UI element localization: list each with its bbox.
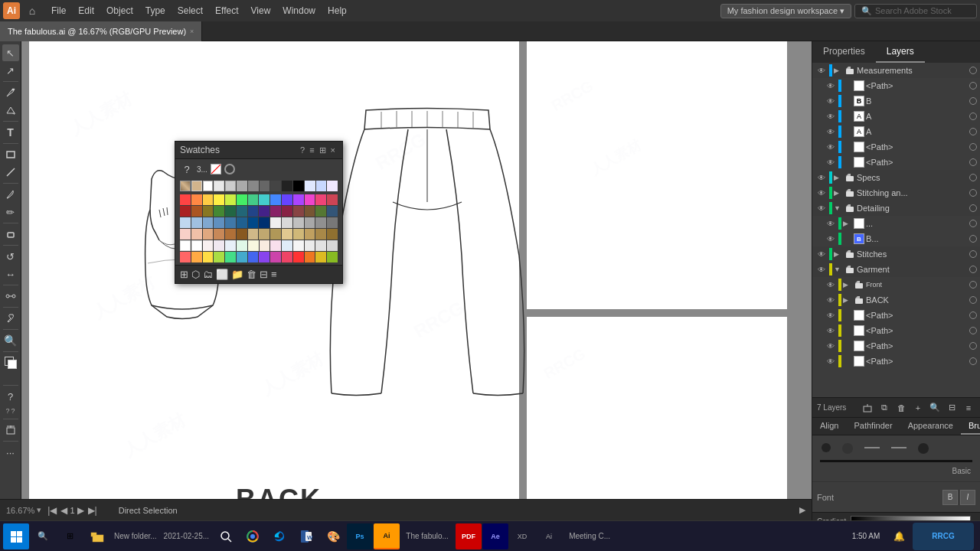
layer-detailing[interactable]: 👁 ▼ Detailing <box>812 201 980 216</box>
expand-garment[interactable]: ▼ <box>834 266 843 273</box>
layer-b[interactable]: 👁 B B <box>812 93 980 109</box>
visibility-gpath2[interactable]: 👁 <box>825 324 837 337</box>
swatches-close[interactable]: × <box>328 145 338 155</box>
tab-close-button[interactable]: × <box>190 28 194 35</box>
swatch-steelblue[interactable] <box>214 217 224 228</box>
swatch-p3[interactable] <box>225 240 236 251</box>
taskbar-start[interactable] <box>3 523 29 549</box>
rectangle-tool[interactable] <box>2 146 19 163</box>
layer-target-detail-path[interactable] <box>969 220 977 227</box>
swatch-gray3[interactable] <box>305 217 315 228</box>
help-tool[interactable]: ? <box>2 388 19 405</box>
swatch-almostblack[interactable] <box>270 181 281 191</box>
swatch-br5[interactable] <box>225 252 236 262</box>
taskbar-taskview[interactable]: ⊞ <box>57 523 83 549</box>
layer-target-path1[interactable] <box>969 82 977 90</box>
swatch-burgundy[interactable] <box>282 206 292 217</box>
taskbar-ps[interactable]: Ps <box>347 523 373 549</box>
nav-last[interactable]: ▶| <box>87 505 99 516</box>
layer-detail-path[interactable]: 👁 ▶ ... <box>812 216 980 231</box>
nav-prev[interactable]: ◀ <box>59 505 69 516</box>
taskbar-ai2[interactable]: Ai <box>536 523 562 549</box>
delete-layer-btn[interactable]: 🗑 <box>894 401 908 415</box>
visibility-path2[interactable]: 👁 <box>825 141 837 153</box>
new-layer-btn[interactable] <box>861 401 874 415</box>
layer-target-back[interactable] <box>969 296 977 304</box>
taskbar-meeting[interactable]: Meeting C... <box>563 523 616 549</box>
swatch-darkgold[interactable] <box>315 229 326 240</box>
tab-align[interactable]: Align <box>812 418 846 435</box>
swatch-w2[interactable] <box>191 240 202 251</box>
layer-path2[interactable]: 👁 <Path> <box>812 139 980 155</box>
direct-selection-tool[interactable]: ↗ <box>2 62 19 79</box>
swatch-white2[interactable] <box>270 217 281 228</box>
visibility-gpath3[interactable]: 👁 <box>825 340 837 352</box>
swatch-lavendar[interactable] <box>327 181 338 191</box>
type-tool[interactable]: T <box>2 124 19 141</box>
extra-tool-1[interactable]: ? <box>5 407 9 415</box>
swatch-indigo[interactable] <box>282 194 292 205</box>
swatch-verydark[interactable] <box>260 181 270 191</box>
swatch-p4[interactable] <box>237 240 247 251</box>
font-btn-2[interactable]: I <box>960 490 975 505</box>
menu-help[interactable]: Help <box>322 4 352 18</box>
swatch-lightblue[interactable] <box>316 181 327 191</box>
swatch-br14[interactable] <box>327 252 338 262</box>
menu-type[interactable]: Type <box>140 4 171 18</box>
swatch-skin3[interactable] <box>203 229 214 240</box>
swatch-silver2[interactable] <box>293 217 304 228</box>
taskbar-search2[interactable] <box>213 523 239 549</box>
swatch-medblue[interactable] <box>225 217 236 228</box>
visibility-garment[interactable]: 👁 <box>815 263 828 276</box>
zoom-tool[interactable]: 🔍 <box>2 332 19 349</box>
swatch-question[interactable]: ? <box>180 162 194 176</box>
brush-dot-3[interactable] <box>918 443 929 454</box>
taskbar-search[interactable]: 🔍 <box>30 523 56 549</box>
swatch-w1[interactable] <box>180 240 191 251</box>
visibility-a1[interactable]: 👁 <box>825 110 837 122</box>
swatch-skin6[interactable] <box>237 229 247 240</box>
visibility-gpath1[interactable]: 👁 <box>825 309 837 321</box>
sf-options-icon[interactable]: ≡ <box>271 269 277 280</box>
visibility-measurements[interactable]: 👁 <box>815 64 828 77</box>
swatch-sand[interactable] <box>248 229 259 240</box>
duplicate-layer-btn[interactable]: ⧉ <box>877 401 891 415</box>
layer-stitching[interactable]: 👁 ▶ Stitching an... <box>812 185 980 201</box>
menu-view[interactable]: View <box>246 4 276 18</box>
layer-gpath4[interactable]: 👁 <Path> <box>812 354 980 369</box>
visibility-a2[interactable]: 👁 <box>825 126 837 138</box>
sf-folder-icon[interactable]: 🗂 <box>203 269 213 280</box>
layer-target-gpath1[interactable] <box>969 311 977 319</box>
layer-target-front[interactable] <box>969 281 977 289</box>
swatch-amber[interactable] <box>203 194 214 205</box>
sf-group-icon[interactable]: 📁 <box>231 269 243 280</box>
extra-tool-2[interactable]: ? <box>11 407 15 415</box>
swatch-skin5[interactable] <box>225 229 236 240</box>
swatch-cyan[interactable] <box>259 194 270 205</box>
swatch-slate[interactable] <box>327 206 338 217</box>
tab-appearance[interactable]: Appearance <box>900 418 961 435</box>
swatch-lightgray[interactable] <box>214 181 224 191</box>
visibility-detail-path[interactable]: 👁 <box>825 217 837 230</box>
swatch-bronze[interactable] <box>327 229 338 240</box>
eyedropper-tool[interactable] <box>2 310 19 327</box>
taskbar-clock[interactable]: 1:50 AM <box>847 523 885 549</box>
visibility-b[interactable]: 👁 <box>825 95 837 107</box>
swatch-br11[interactable] <box>293 252 304 262</box>
home-icon[interactable]: ⌂ <box>24 3 40 18</box>
swatch-medgray[interactable] <box>237 181 247 191</box>
swatch-forrestgreen[interactable] <box>225 206 236 217</box>
swatch-yellow[interactable] <box>214 194 224 205</box>
visibility-path3[interactable]: 👁 <box>825 156 837 168</box>
swatch-rose[interactable] <box>315 194 326 205</box>
swatch-orange[interactable] <box>191 194 202 205</box>
expand-detail-path[interactable]: ▶ <box>843 220 852 227</box>
swatch-saddle[interactable] <box>305 206 315 217</box>
expand-specs[interactable]: ▶ <box>834 174 843 181</box>
swatch-p11[interactable] <box>315 240 326 251</box>
layer-b-blue[interactable]: 👁 B B... <box>812 231 980 246</box>
swatch-gray5[interactable] <box>327 217 338 228</box>
layer-gpath1[interactable]: 👁 <Path> <box>812 308 980 323</box>
eraser-tool[interactable] <box>2 226 19 243</box>
reflect-tool[interactable]: ↔ <box>2 266 19 282</box>
